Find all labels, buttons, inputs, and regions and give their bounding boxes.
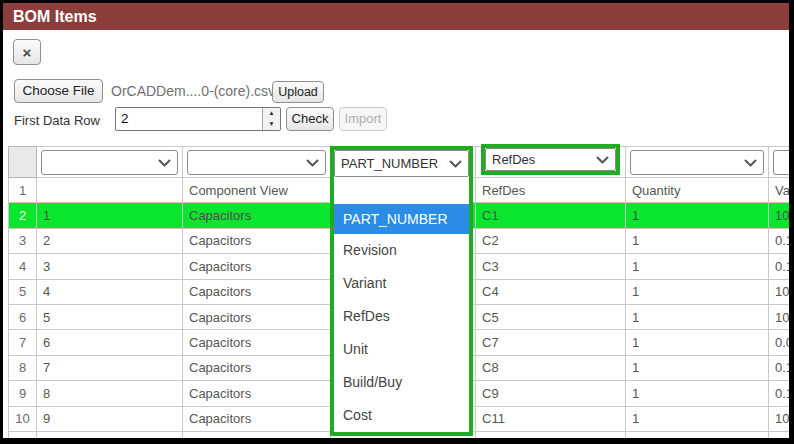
part-number-select-value: PART_NUMBER — [341, 156, 438, 171]
table-cell: Capacitors — [183, 304, 331, 329]
table-cell: 100 — [769, 203, 790, 228]
part-number-dropdown-list: PART_NUMBERRevisionVariantRefDesUnitBuil… — [334, 178, 469, 432]
dialog-titlebar: BOM Items — [3, 3, 789, 30]
table-cell: 2 — [37, 228, 183, 253]
refdes-column-select[interactable]: RefDes — [485, 148, 616, 171]
table-cell: C8 — [476, 355, 626, 380]
table-cell: C12 — [476, 431, 626, 438]
chevron-down-icon — [744, 159, 757, 167]
table-cell: 1 — [626, 330, 769, 355]
table-cell: 1 — [626, 279, 769, 304]
table-cell: Component View — [183, 178, 331, 203]
refdes-mapper-highlight: RefDes — [481, 144, 620, 175]
refdes-select-value: RefDes — [492, 152, 535, 167]
close-button[interactable]: × — [13, 39, 41, 65]
table-cell: C11 — [476, 406, 626, 431]
table-cell: Capacitors — [183, 381, 331, 406]
table-cell: C3 — [476, 254, 626, 279]
table-cell: C1 — [476, 203, 626, 228]
close-icon: × — [23, 44, 32, 61]
import-button: Import — [339, 107, 387, 131]
column-mapper-select-6[interactable] — [773, 150, 789, 175]
first-data-row-label: First Data Row — [14, 113, 100, 128]
spin-up-icon[interactable]: ▲ — [263, 108, 280, 119]
row-number: 10 — [9, 406, 37, 431]
check-button[interactable]: Check — [286, 107, 334, 131]
table-cell: Quantity — [626, 178, 769, 203]
choose-file-button[interactable]: Choose File — [14, 79, 103, 103]
table-cell: 1 — [626, 381, 769, 406]
table-cell: 0.1 — [769, 228, 790, 253]
table-cell: 6 — [37, 330, 183, 355]
dropdown-option-part-number[interactable]: PART_NUMBER — [334, 204, 469, 234]
column-mapper-select-1[interactable] — [41, 150, 178, 175]
row-number: 9 — [9, 381, 37, 406]
table-cell: 1 — [626, 203, 769, 228]
first-data-row-value: 2 — [116, 108, 262, 130]
row-number: 5 — [9, 279, 37, 304]
row-number: 3 — [9, 228, 37, 253]
table-cell: 1 — [37, 203, 183, 228]
table-cell: 3 — [37, 254, 183, 279]
table-cell: 1 — [626, 355, 769, 380]
table-cell: 0.1 — [769, 355, 790, 380]
part-number-column-select[interactable]: PART_NUMBER — [334, 150, 469, 177]
table-cell: RefDes — [476, 178, 626, 203]
dialog-title: BOM Items — [13, 8, 97, 25]
table-cell: Capacitors — [183, 355, 331, 380]
table-cell: 7 — [37, 355, 183, 380]
spin-down-icon[interactable]: ▼ — [263, 119, 280, 130]
table-cell: 1 — [626, 406, 769, 431]
mapper-cell-6 — [769, 147, 790, 178]
dropdown-option-cost[interactable]: Cost — [334, 399, 469, 432]
table-cell: 1 — [626, 431, 769, 438]
table-cell: Capacitors — [183, 279, 331, 304]
table-cell: 1 — [626, 254, 769, 279]
table-cell: C5 — [476, 304, 626, 329]
dropdown-option-blank[interactable] — [334, 178, 469, 204]
table-cell: Capacitors — [183, 203, 331, 228]
row-number: 6 — [9, 304, 37, 329]
column-mapper-select-5[interactable] — [630, 150, 764, 175]
row-number: 1 — [9, 178, 37, 203]
upload-button[interactable]: Upload — [272, 81, 324, 103]
table-cell: 0.1 — [769, 381, 790, 406]
table-cell: C2 — [476, 228, 626, 253]
selected-filename: OrCADDem....0-(core).csv — [111, 83, 275, 99]
table-cell: 4 — [37, 279, 183, 304]
table-cell: Capacitors — [183, 254, 331, 279]
chevron-down-icon — [306, 159, 319, 167]
table-cell: C7 — [476, 330, 626, 355]
table-cell: 5 — [37, 304, 183, 329]
row-number: 8 — [9, 355, 37, 380]
table-cell: 100 — [769, 304, 790, 329]
table-cell: C9 — [476, 381, 626, 406]
mapper-cell-1 — [37, 147, 183, 178]
table-cell: Capacitors — [183, 406, 331, 431]
mapper-cell-2 — [183, 147, 331, 178]
dropdown-option-build-buy[interactable]: Build/Buy — [334, 366, 469, 399]
dropdown-option-variant[interactable]: Variant — [334, 267, 469, 300]
table-cell: Value — [769, 178, 790, 203]
dropdown-option-unit[interactable]: Unit — [334, 333, 469, 366]
row-number: 2 — [9, 203, 37, 228]
chevron-down-icon — [158, 159, 171, 167]
mapper-cell-5 — [626, 147, 769, 178]
table-cell: 0.1 — [769, 431, 790, 438]
table-cell: C4 — [476, 279, 626, 304]
table-cell: Capacitors — [183, 431, 331, 438]
column-mapper-select-2[interactable] — [187, 150, 326, 175]
table-cell: 1 — [626, 304, 769, 329]
first-data-row-input[interactable]: 2 ▲▼ — [115, 107, 281, 131]
row-number: 7 — [9, 330, 37, 355]
row-number-header — [9, 147, 37, 178]
table-cell: 100 — [769, 279, 790, 304]
dropdown-option-revision[interactable]: Revision — [334, 234, 469, 267]
table-cell: 9 — [37, 406, 183, 431]
bom-items-dialog: BOM Items × Choose File OrCADDem....0-(c… — [3, 3, 789, 438]
part-number-mapper-highlight: PART_NUMBER PART_NUMBERRevisionVariantRe… — [330, 146, 473, 436]
screen: { "window": { "title": "BOM Items" }, "c… — [0, 0, 794, 444]
dropdown-option-refdes[interactable]: RefDes — [334, 300, 469, 333]
row-number: 11 — [9, 431, 37, 438]
table-cell — [37, 178, 183, 203]
